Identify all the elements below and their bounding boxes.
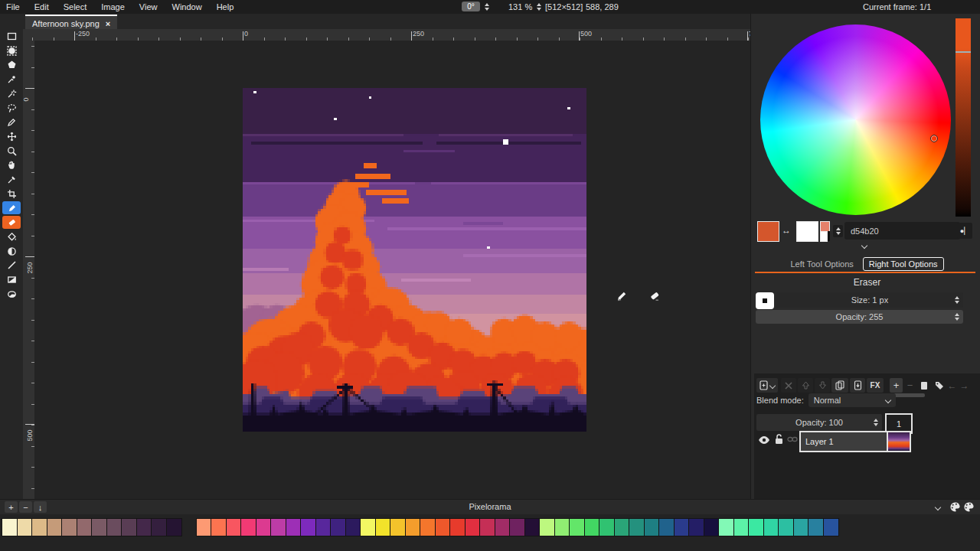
tool-move[interactable]: [2, 130, 21, 143]
copy-frame-button[interactable]: [917, 378, 931, 393]
tool-opacity-slider[interactable]: Opacity: 255: [756, 310, 963, 324]
palette-icon[interactable]: [949, 501, 961, 513]
layer-link-icon[interactable]: [787, 435, 798, 443]
menu-help[interactable]: Help: [217, 2, 234, 11]
remove-frame-button[interactable]: −: [904, 378, 916, 393]
palette-swatch[interactable]: [524, 518, 541, 536]
palette-swatch[interactable]: [479, 518, 495, 536]
edit-palette-icon[interactable]: [963, 501, 975, 513]
palette-swatch[interactable]: [31, 518, 47, 536]
brush-size-spinbox[interactable]: Size: 1 px: [776, 292, 963, 308]
palette-swatch[interactable]: [674, 518, 690, 536]
value-slider-marker[interactable]: [956, 51, 971, 53]
remove-layer-button[interactable]: [781, 378, 796, 393]
merge-down-button[interactable]: [850, 378, 865, 393]
palette-swatch[interactable]: [405, 518, 421, 536]
value-slider[interactable]: [956, 18, 971, 217]
palette-swatch[interactable]: [390, 518, 406, 536]
palette-swatch[interactable]: [584, 518, 600, 536]
layer-opacity-spinbox[interactable]: Opacity: 100: [756, 414, 882, 431]
palette-swatch[interactable]: [226, 518, 242, 536]
palette-swatch[interactable]: [629, 518, 645, 536]
palette-swatch[interactable]: [315, 518, 332, 536]
rotation-spinner[interactable]: [483, 3, 491, 11]
menu-file[interactable]: File: [6, 2, 20, 11]
blend-mode-select[interactable]: Normal: [808, 393, 896, 407]
right-color-swatch[interactable]: [796, 221, 818, 242]
tool-ellipse-select[interactable]: [2, 44, 21, 57]
palette-swatch[interactable]: [360, 518, 376, 536]
palette-swatch[interactable]: [688, 518, 704, 536]
palette-swatch[interactable]: [599, 518, 615, 536]
add-frame-button[interactable]: +: [890, 378, 903, 393]
palette-swatch[interactable]: [733, 518, 750, 536]
tool-polygon-select[interactable]: [2, 58, 21, 71]
duplicate-layer-button[interactable]: [831, 378, 848, 393]
tool-rectangle[interactable]: [2, 273, 21, 286]
palette-swatch[interactable]: [509, 518, 525, 536]
menu-select[interactable]: Select: [64, 2, 87, 11]
palette-swatch[interactable]: [569, 518, 585, 536]
palette-swatch[interactable]: [330, 518, 346, 536]
palette-swatch[interactable]: [106, 518, 122, 536]
tab-right-tool-options[interactable]: Right Tool Options: [863, 257, 944, 271]
tab-left-tool-options[interactable]: Left Tool Options: [790, 259, 853, 269]
palette-swatch[interactable]: [196, 518, 212, 536]
move-layer-down-button[interactable]: [815, 378, 830, 393]
palette-swatch[interactable]: [286, 518, 302, 536]
palette-swatch[interactable]: [763, 518, 779, 536]
palette-swatch[interactable]: [435, 518, 451, 536]
layer-name-field[interactable]: Layer 1: [799, 431, 893, 452]
color-wheel-marker[interactable]: [930, 135, 938, 142]
tool-magic-wand[interactable]: [2, 87, 21, 100]
tool-bucket[interactable]: [2, 230, 21, 243]
palette-swatch[interactable]: [778, 518, 794, 536]
layer-opacity-spinner[interactable]: [872, 419, 880, 426]
hex-color-input[interactable]: d54b20: [844, 222, 960, 240]
size-spinner[interactable]: [953, 296, 961, 304]
palette-swatch[interactable]: [270, 518, 286, 536]
palette-swatch[interactable]: [420, 518, 436, 536]
close-icon[interactable]: ×: [106, 19, 110, 28]
palette-swatch[interactable]: [554, 518, 570, 536]
left-color-swatch[interactable]: [757, 221, 779, 242]
menu-image[interactable]: Image: [101, 2, 125, 11]
palette-swatch[interactable]: [449, 518, 466, 536]
palette-swatch[interactable]: [47, 518, 63, 536]
palette-swatch[interactable]: [465, 518, 481, 536]
palette-swatch[interactable]: [375, 518, 391, 536]
tool-ellipse[interactable]: [2, 288, 21, 301]
prev-frame-button[interactable]: ←: [946, 378, 958, 393]
palette-swatch[interactable]: [614, 518, 630, 536]
swap-colors-icon[interactable]: ↔: [782, 225, 791, 236]
layer-visibility-icon[interactable]: [758, 435, 770, 445]
tool-rectangle-select[interactable]: [2, 30, 21, 43]
palette-swatch[interactable]: [136, 518, 152, 536]
tool-pencil[interactable]: [2, 201, 21, 214]
layer-thumbnail[interactable]: [887, 431, 911, 452]
onion-skin-slider[interactable]: [891, 393, 925, 397]
color-wheel[interactable]: [760, 24, 951, 215]
palette-swatch[interactable]: [300, 518, 316, 536]
palette-swatch[interactable]: [793, 518, 809, 536]
palette-swatch[interactable]: [718, 518, 734, 536]
vertical-ruler[interactable]: 0250500: [23, 41, 35, 499]
layer-lock-icon[interactable]: [774, 433, 784, 445]
palette-swatch[interactable]: [644, 518, 660, 536]
tool-pan[interactable]: [2, 158, 21, 171]
palette-swatch[interactable]: [166, 518, 182, 536]
palette-swatch[interactable]: [345, 518, 361, 536]
palette-swatch[interactable]: [91, 518, 107, 536]
palette-swatch[interactable]: [17, 518, 33, 536]
palette-swatch[interactable]: [748, 518, 764, 536]
horizontal-ruler[interactable]: -250025050075: [23, 29, 750, 41]
color-compare-icon[interactable]: ●▏: [957, 223, 972, 239]
next-frame-button[interactable]: →: [959, 378, 970, 393]
tool-color-picker[interactable]: [2, 173, 21, 186]
palette-swatch[interactable]: [77, 518, 93, 536]
palette-swatch[interactable]: [539, 518, 555, 536]
layer-fx-button[interactable]: FX: [867, 378, 884, 393]
pixel-canvas[interactable]: [243, 88, 586, 432]
add-layer-button[interactable]: [756, 378, 778, 393]
tool-shading[interactable]: [2, 245, 21, 258]
